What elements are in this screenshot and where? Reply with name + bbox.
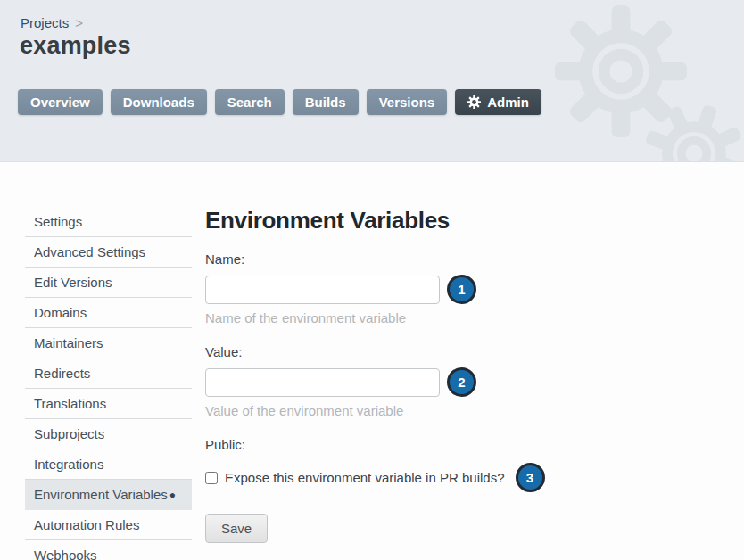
admin-content: Settings Advanced Settings Edit Versions… bbox=[0, 162, 744, 560]
admin-sidebar: Settings Advanced Settings Edit Versions… bbox=[25, 207, 192, 560]
value-label: Value: bbox=[205, 344, 545, 359]
environment-variables-form: Environment Variables Name: 1 Name of th… bbox=[205, 207, 545, 560]
sidebar-item-webhooks[interactable]: Webhooks bbox=[25, 540, 192, 560]
name-help-text: Name of the environment variable bbox=[205, 310, 545, 325]
value-help-text: Value of the environment variable bbox=[205, 403, 545, 418]
sidebar-item-maintainers[interactable]: Maintainers bbox=[25, 328, 192, 358]
name-label: Name: bbox=[205, 251, 545, 267]
sidebar-item-redirects[interactable]: Redirects bbox=[25, 358, 192, 389]
gear-decoration-small bbox=[644, 103, 744, 162]
section-heading: Environment Variables bbox=[205, 207, 545, 235]
callout-badge-3: 3 bbox=[516, 463, 545, 492]
name-field-group: Name: 1 Name of the environment variable bbox=[205, 251, 545, 325]
breadcrumb-separator: > bbox=[75, 15, 83, 30]
value-input[interactable] bbox=[205, 368, 440, 397]
breadcrumb: Projects > bbox=[21, 15, 83, 30]
sidebar-item-advanced-settings[interactable]: Advanced Settings bbox=[25, 237, 192, 268]
sidebar-item-domains[interactable]: Domains bbox=[25, 298, 192, 328]
sidebar-item-translations[interactable]: Translations bbox=[25, 389, 192, 419]
value-field-group: Value: 2 Value of the environment variab… bbox=[205, 344, 545, 418]
gear-icon bbox=[467, 95, 481, 109]
nav-search-button[interactable]: Search bbox=[215, 89, 285, 115]
public-field-group: Public: Expose this environment variable… bbox=[205, 437, 545, 492]
public-checkbox-label: Expose this environment variable in PR b… bbox=[225, 470, 505, 485]
active-item-marker: ● bbox=[169, 489, 176, 501]
project-header: Projects > examples Overview Downloads S… bbox=[0, 0, 744, 162]
sidebar-item-environment-variables[interactable]: Environment Variables● bbox=[25, 480, 192, 510]
nav-downloads-button[interactable]: Downloads bbox=[111, 89, 207, 115]
sidebar-item-integrations[interactable]: Integrations bbox=[25, 449, 192, 480]
callout-badge-2: 2 bbox=[447, 367, 476, 397]
sidebar-item-edit-versions[interactable]: Edit Versions bbox=[25, 268, 192, 298]
nav-overview-button[interactable]: Overview bbox=[18, 89, 103, 115]
name-input[interactable] bbox=[205, 276, 440, 304]
sidebar-item-label: Environment Variables bbox=[34, 487, 168, 502]
project-nav: Overview Downloads Search Builds Version… bbox=[18, 89, 541, 115]
public-label: Public: bbox=[205, 437, 545, 452]
sidebar-item-subprojects[interactable]: Subprojects bbox=[25, 419, 192, 449]
nav-admin-button[interactable]: Admin bbox=[455, 89, 541, 115]
save-button[interactable]: Save bbox=[205, 514, 268, 543]
nav-versions-button[interactable]: Versions bbox=[367, 89, 448, 115]
sidebar-item-automation-rules[interactable]: Automation Rules bbox=[25, 510, 192, 540]
public-checkbox[interactable] bbox=[205, 472, 218, 484]
breadcrumb-projects-link[interactable]: Projects bbox=[21, 15, 69, 30]
callout-badge-1: 1 bbox=[447, 275, 476, 304]
page-title: examples bbox=[20, 32, 131, 60]
nav-admin-label: Admin bbox=[487, 95, 529, 110]
sidebar-item-settings[interactable]: Settings bbox=[25, 207, 192, 237]
nav-builds-button[interactable]: Builds bbox=[293, 89, 359, 115]
